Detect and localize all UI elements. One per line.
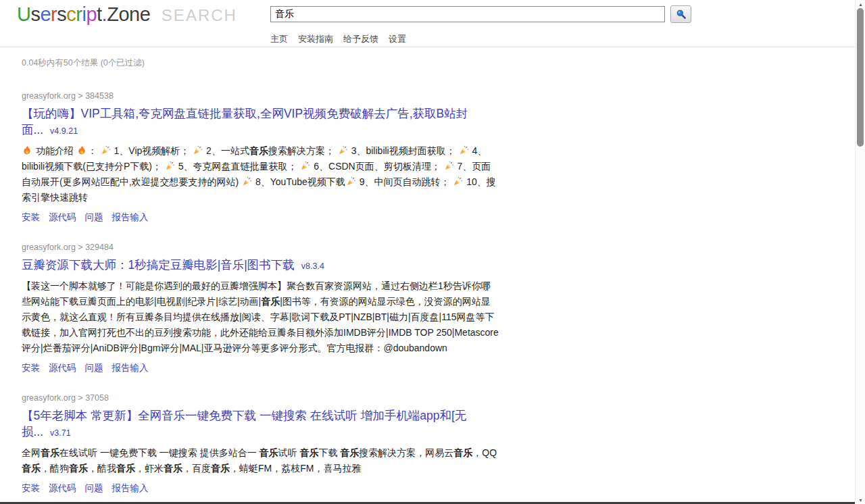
result-title-link[interactable]: 豆瓣资源下载大师：1秒搞定豆瓣电影|音乐|图书下载	[22, 258, 295, 272]
results-list: 0.04秒内有50个结果 (0个已过滤) greasyfork.org > 38…	[0, 47, 865, 504]
scrollbar-thumb[interactable]	[857, 8, 864, 147]
party-popper-emoji-icon	[444, 161, 454, 171]
result-description: 全网音乐在线试听 一键免费下载 一键搜索 提供多站合一 音乐试听 音乐下载 音乐…	[22, 445, 499, 476]
main-nav: 主页 安装指南 给予反馈 设置	[270, 33, 703, 45]
nav-install-guide[interactable]: 安装指南	[298, 33, 333, 45]
search-input[interactable]	[270, 6, 665, 22]
result-title-link[interactable]: 【玩的嗨】VIP工具箱,夸克网盘直链批量获取,全网VIP视频免费破解去广告,获取…	[22, 107, 468, 136]
party-popper-emoji-icon	[453, 176, 463, 186]
result-breadcrumb: greasyfork.org > 329484	[22, 243, 499, 252]
site-logo[interactable]: Userscript.Zone SEARCH	[17, 3, 237, 26]
result-breadcrumb: greasyfork.org > 384538	[22, 91, 499, 101]
search-button[interactable]	[670, 5, 691, 23]
party-popper-emoji-icon	[193, 145, 203, 155]
logo-search-label: SEARCH	[162, 6, 237, 24]
header: Userscript.Zone SEARCH 主页 安装指南 给予反馈 设置	[0, 0, 865, 47]
nav-settings[interactable]: 设置	[389, 33, 406, 45]
party-popper-emoji-icon	[101, 145, 111, 155]
party-popper-emoji-icon	[242, 176, 252, 186]
source-code-link[interactable]: 源代码	[49, 482, 76, 495]
nav-feedback[interactable]: 给予反馈	[343, 33, 378, 45]
results-summary: 0.04秒内有50个结果 (0个已过滤)	[22, 57, 824, 69]
issues-link[interactable]: 问题	[85, 482, 103, 495]
party-popper-emoji-icon	[300, 161, 310, 171]
result-description: 功能介绍 ： 1、Vip视频解析； 2、一站式音乐搜索解决方案； 3、bilib…	[22, 143, 499, 205]
fire-emoji-icon	[22, 145, 32, 155]
report-input-link[interactable]: 报告输入	[112, 482, 149, 495]
report-input-link[interactable]: 报告输入	[112, 211, 149, 224]
result-actions: 安装 源代码 问题 报告输入	[22, 482, 499, 495]
party-popper-emoji-icon	[338, 145, 348, 155]
party-popper-emoji-icon	[165, 161, 175, 171]
install-link[interactable]: 安装	[22, 211, 40, 224]
source-code-link[interactable]: 源代码	[49, 211, 76, 224]
party-popper-emoji-icon	[346, 176, 356, 186]
nav-home[interactable]: 主页	[270, 33, 288, 45]
result-version: v3.71	[50, 428, 71, 438]
result-breadcrumb: greasyfork.org > 37058	[22, 393, 499, 403]
logo-wordmark: Userscript.Zone	[17, 3, 150, 25]
result-item: greasyfork.org > 384538 【玩的嗨】VIP工具箱,夸克网盘…	[22, 91, 499, 224]
report-input-link[interactable]: 报告输入	[112, 362, 149, 374]
result-description: 【装这一个脚本就够了！可能是你遇到的最好的豆瓣增强脚本】聚合数百家资源网站，通过…	[22, 278, 499, 356]
install-link[interactable]: 安装	[22, 362, 40, 374]
result-version: v8.3.4	[301, 261, 324, 271]
source-code-link[interactable]: 源代码	[49, 362, 76, 374]
scroll-down-arrow-icon[interactable]: ▼	[856, 496, 865, 504]
magnifier-icon	[676, 9, 687, 20]
result-item: greasyfork.org > 329484 豆瓣资源下载大师：1秒搞定豆瓣电…	[22, 243, 499, 374]
page-scrollbar[interactable]: ▲ ▼	[855, 0, 865, 504]
issues-link[interactable]: 问题	[85, 362, 103, 374]
result-item: greasyfork.org > 37058 【5年老脚本 常更新】全网音乐一键…	[22, 393, 499, 495]
result-actions: 安装 源代码 问题 报告输入	[22, 211, 499, 224]
party-popper-emoji-icon	[459, 145, 469, 155]
scroll-up-arrow-icon[interactable]: ▲	[856, 0, 865, 8]
fire-emoji-icon	[77, 145, 87, 155]
search-area: 主页 安装指南 给予反馈 设置	[270, 6, 703, 45]
install-link[interactable]: 安装	[22, 482, 40, 495]
result-title-link[interactable]: 【5年老脚本 常更新】全网音乐一键免费下载 一键搜索 在线试听 增加手机端app…	[22, 409, 466, 438]
issues-link[interactable]: 问题	[85, 211, 103, 224]
result-actions: 安装 源代码 问题 报告输入	[22, 362, 499, 374]
result-version: v4.9.21	[50, 126, 78, 136]
